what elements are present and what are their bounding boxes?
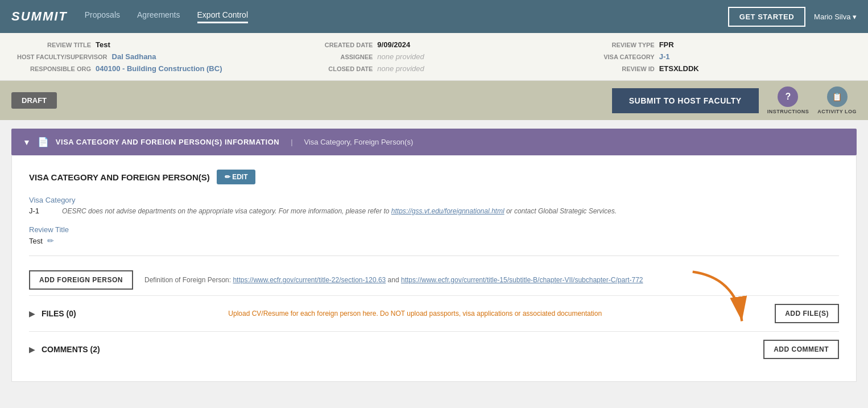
comments-row: ▶ COMMENTS (2) ADD COMMENT — [29, 331, 839, 367]
user-menu[interactable]: Mario Silva ▾ — [814, 13, 857, 21]
comments-label: COMMENTS (2) — [42, 345, 218, 354]
meta-visa-category-row: VISA CATEGORY J-1 — [581, 51, 851, 63]
draft-badge: DRAFT — [11, 92, 57, 109]
add-comment-button[interactable]: ADD COMMENT — [763, 340, 839, 359]
visa-category-value: J-1 — [29, 207, 39, 215]
visa-info-text: OESRC does not advise departments on the… — [62, 207, 617, 215]
files-label: FILES (0) — [42, 309, 221, 318]
visa-category-label: Visa Category — [29, 196, 839, 204]
activity-log-icon: 📋 — [827, 86, 848, 107]
submit-to-host-faculty-button[interactable]: SUBMIT TO HOST FACULTY — [612, 88, 759, 113]
nav-right: GET STARTED Mario Silva ▾ — [728, 7, 857, 27]
meta-created-date-row: CREATED DATE 9/09/2024 — [299, 39, 569, 51]
section-title: VISA CATEGORY AND FOREIGN PERSON(S) INFO… — [56, 138, 279, 146]
review-title-field-label: Review Title — [29, 225, 839, 234]
meta-closed-date-label: CLOSED DATE — [299, 65, 373, 72]
nav-proposals[interactable]: Proposals — [85, 10, 120, 23]
meta-assignee-value: none provided — [377, 52, 424, 61]
nav-links: Proposals Agreements Export Control — [85, 10, 728, 23]
meta-responsible-org-row: RESPONSIBLE ORG 040100 - Building Constr… — [17, 63, 287, 75]
content-card: VISA CATEGORY AND FOREIGN PERSON(S) ✏ ED… — [11, 155, 857, 382]
meta-assignee-row: ASSIGNEE none provided — [299, 51, 569, 63]
meta-visa-category-label: VISA CATEGORY — [581, 53, 655, 60]
add-files-button[interactable]: ADD FILE(S) — [775, 304, 839, 323]
section-doc-icon: 📄 — [38, 137, 49, 147]
visa-link1[interactable]: https://gss.vt.edu/foreignnational.html — [391, 207, 505, 215]
instructions-icon: ? — [778, 86, 798, 107]
meta-created-date-value: 9/09/2024 — [377, 40, 410, 49]
activity-log-button[interactable]: 📋 ACTIVITY LOG — [817, 86, 857, 114]
meta-responsible-org-value: 040100 - Building Construction (BC) — [96, 64, 222, 73]
files-row: ▶ FILES (0) Upload CV/Resume for each fo… — [29, 295, 839, 331]
meta-review-title-label: REVIEW TITLE — [17, 42, 91, 48]
meta-review-type-row: REVIEW TYPE FPR — [581, 39, 851, 51]
meta-review-type-value: FPR — [659, 40, 674, 49]
meta-review-title-row: REVIEW TITLE Test — [17, 39, 287, 51]
files-chevron[interactable]: ▶ — [29, 310, 35, 318]
meta-review-id-value: ETSXLDDK — [659, 64, 699, 73]
meta-responsible-org-label: RESPONSIBLE ORG — [17, 65, 91, 72]
review-title-field: Review Title Test ✏ — [29, 225, 839, 245]
section-subtitle: Visa Category, Foreign Person(s) — [304, 138, 414, 146]
section-chevron[interactable]: ▼ — [23, 138, 31, 147]
meta-review-type-label: REVIEW TYPE — [581, 42, 655, 48]
meta-created-date-label: CREATED DATE — [299, 42, 373, 48]
visa-category-field: Visa Category J-1 OESRC does not advise … — [29, 196, 839, 215]
section-header: ▼ 📄 VISA CATEGORY AND FOREIGN PERSON(S) … — [11, 129, 857, 155]
top-nav: SUMMIT Proposals Agreements Export Contr… — [0, 0, 868, 33]
activity-log-label: ACTIVITY LOG — [817, 109, 857, 114]
meta-section: REVIEW TITLE Test HOST FACULTY/SUPERVISO… — [0, 33, 868, 81]
card-section-title: VISA CATEGORY AND FOREIGN PERSON(S) ✏ ED… — [29, 170, 839, 184]
definition-text: Definition of Foreign Person: https://ww… — [144, 276, 643, 284]
meta-review-title-value: Test — [96, 40, 110, 49]
meta-visa-category-value: J-1 — [659, 52, 670, 61]
meta-host-faculty-label: HOST FACULTY/SUPERVISOR — [17, 53, 108, 60]
get-started-button[interactable]: GET STARTED — [728, 7, 805, 27]
card-title: VISA CATEGORY AND FOREIGN PERSON(S) — [29, 172, 210, 182]
divider — [29, 255, 839, 256]
add-foreign-person-button[interactable]: ADD FOREIGN PERSON — [29, 270, 133, 290]
review-title-field-value: Test ✏ — [29, 236, 839, 245]
meta-closed-date-row: CLOSED DATE none provided — [299, 63, 569, 75]
nav-agreements[interactable]: Agreements — [137, 10, 180, 23]
section-separator: | — [291, 138, 292, 146]
meta-assignee-label: ASSIGNEE — [299, 53, 373, 60]
meta-review-id-label: REVIEW ID — [581, 65, 655, 72]
add-foreign-person-row: ADD FOREIGN PERSON Definition of Foreign… — [29, 265, 839, 295]
meta-host-faculty-value: Dal Sadhana — [112, 52, 156, 61]
review-title-inline-edit[interactable]: ✏ — [47, 236, 54, 245]
files-description: Upload CV/Resume for each foreign person… — [228, 310, 768, 318]
instructions-label: INSTRUCTIONS — [767, 109, 809, 114]
definition-link1[interactable]: https://www.ecfr.gov/current/title-22/se… — [233, 276, 386, 284]
meta-review-id-row: REVIEW ID ETSXLDDK — [581, 63, 851, 75]
nav-export-control[interactable]: Export Control — [197, 10, 248, 23]
logo: SUMMIT — [11, 9, 68, 24]
meta-host-faculty-row: HOST FACULTY/SUPERVISOR Dal Sadhana — [17, 51, 287, 63]
instructions-button[interactable]: ? INSTRUCTIONS — [767, 86, 809, 114]
meta-closed-date-value: none provided — [377, 64, 424, 73]
definition-link2[interactable]: https://www.ecfr.gov/current/title-15/su… — [401, 276, 643, 284]
comments-chevron[interactable]: ▶ — [29, 345, 35, 354]
action-bar: DRAFT SUBMIT TO HOST FACULTY ? INSTRUCTI… — [0, 81, 868, 120]
edit-button[interactable]: ✏ EDIT — [217, 170, 256, 184]
